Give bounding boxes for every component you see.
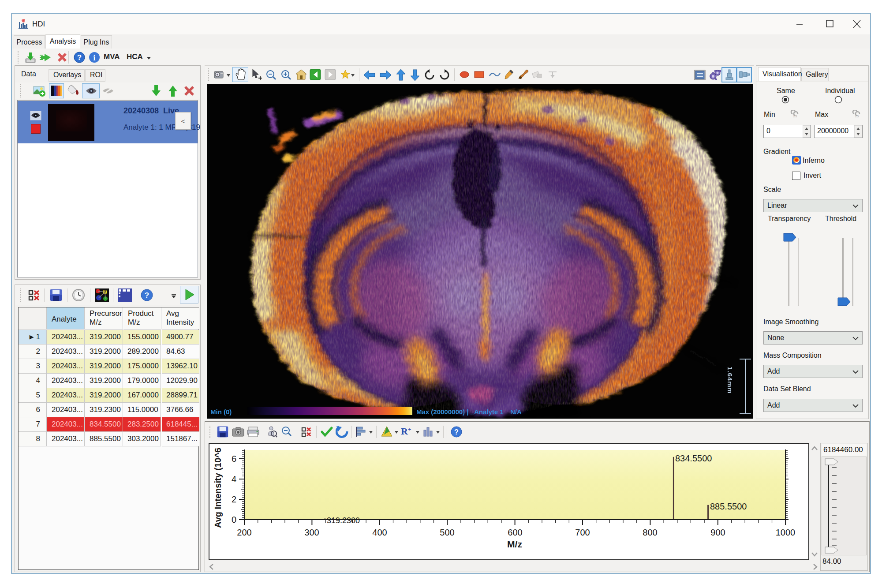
svg-text:25: 25: [793, 114, 797, 118]
svg-text:i: i: [93, 53, 95, 62]
svg-text:200: 200: [237, 528, 251, 537]
svg-text:?: ?: [104, 290, 106, 295]
svg-text:?: ?: [77, 53, 82, 62]
svg-text:?: ?: [145, 291, 149, 300]
svg-text:834.5500: 834.5500: [675, 453, 712, 463]
svg-text:700: 700: [575, 528, 590, 537]
svg-text:500: 500: [440, 528, 454, 537]
svg-text:319.2300: 319.2300: [327, 516, 360, 525]
svg-text:0: 0: [232, 515, 236, 524]
svg-text:4: 4: [232, 474, 236, 484]
svg-text:?: ?: [454, 428, 459, 436]
svg-text:2: 2: [232, 494, 236, 504]
svg-text:800: 800: [643, 528, 657, 537]
svg-text:Avg Intensity (10^6: Avg Intensity (10^6: [213, 448, 223, 528]
svg-text:400: 400: [372, 528, 387, 537]
svg-text:885.5500: 885.5500: [710, 502, 747, 511]
svg-text:25: 25: [855, 114, 859, 118]
svg-text:1000: 1000: [776, 528, 796, 537]
svg-text:M/z: M/z: [507, 539, 522, 549]
svg-text:900: 900: [710, 528, 725, 537]
svg-text:300: 300: [304, 528, 319, 537]
svg-text:600: 600: [508, 528, 522, 537]
svg-text:6: 6: [232, 454, 236, 464]
